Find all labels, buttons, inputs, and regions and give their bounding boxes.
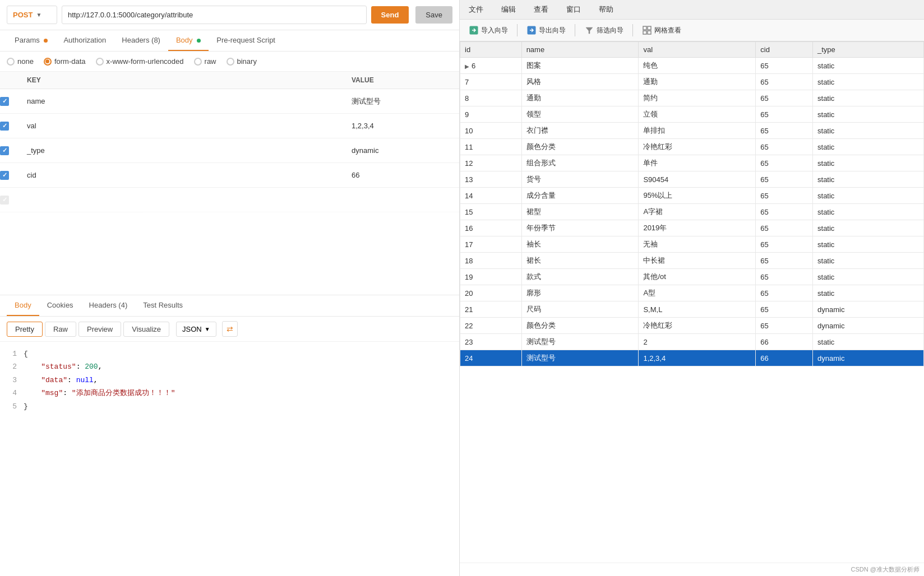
body-type-row: none form-data x-www-form-urlencoded raw…: [0, 52, 459, 72]
format-pretty[interactable]: Pretty: [7, 322, 43, 337]
postman-panel: POST ▼ Send Save Params Authorization He…: [0, 0, 460, 576]
table-row[interactable]: 24 测试型号 1,2,3,4 66 dynamic: [460, 350, 924, 366]
table-row[interactable]: 16 年份季节 2019年 65 static: [460, 220, 924, 236]
radio-urlencoded[interactable]: x-www-form-urlencoded: [96, 57, 184, 66]
send-button[interactable]: Send: [371, 6, 409, 24]
radio-form-data[interactable]: form-data: [44, 57, 86, 66]
tab-headers[interactable]: Headers (8): [114, 30, 168, 51]
method-select[interactable]: POST ▼: [7, 6, 57, 24]
grid-view-button[interactable]: 网格查看: [637, 23, 686, 38]
table-row[interactable]: 15 裙型 A字裙 65 static: [460, 204, 924, 220]
export-wizard-button[interactable]: 导出向导: [522, 23, 570, 38]
cell-type: static: [813, 90, 924, 106]
table-row[interactable]: 14 成分含量 95%以上 65 static: [460, 188, 924, 204]
tab-authorization[interactable]: Authorization: [56, 30, 114, 51]
save-button[interactable]: Save: [415, 6, 452, 24]
radio-inner-form-data: [45, 59, 49, 63]
checkbox-3[interactable]: [0, 171, 9, 180]
cell-name: 货号: [521, 171, 639, 188]
table-row: name 测试型号: [0, 89, 459, 114]
json-line-content-3: "data": null,: [24, 374, 452, 387]
cell-type: static: [813, 269, 924, 285]
json-response-area: 1 { 2 "status": 200, 3 "data": null, 4 "…: [0, 342, 459, 576]
table-row-empty: [0, 188, 459, 212]
radio-circle-urlencoded: [96, 58, 104, 66]
cell-type: static: [813, 74, 924, 90]
table-row[interactable]: 12 组合形式 单件 65 static: [460, 155, 924, 171]
table-row[interactable]: 18 裙长 中长裙 65 static: [460, 253, 924, 269]
checkbox-1[interactable]: [0, 122, 9, 131]
td-val-0: 测试型号: [347, 92, 459, 111]
radio-circle-form-data: [44, 58, 52, 66]
table-header: KEY VALUE: [0, 72, 459, 89]
table-row[interactable]: 23 测试型号 2 66 static: [460, 334, 924, 350]
menu-window[interactable]: 窗口: [557, 0, 590, 19]
format-visualize[interactable]: Visualize: [123, 322, 169, 337]
table-row[interactable]: 19 款式 其他/ot 65 static: [460, 269, 924, 285]
records-table: id name val cid _type ▶6 图案 纯色 65 static…: [460, 41, 924, 366]
table-row[interactable]: 8 通勤 简约 65 static: [460, 90, 924, 106]
filter-button[interactable]: 筛选向导: [580, 23, 628, 38]
cell-type: static: [813, 334, 924, 350]
cell-type: static: [813, 106, 924, 123]
menu-view[interactable]: 查看: [525, 0, 557, 19]
table-row[interactable]: 20 廓形 A型 65 static: [460, 285, 924, 301]
response-tab-body[interactable]: Body: [7, 295, 39, 316]
table-row[interactable]: 22 颜色分类 冷艳红彩 65 dynamic: [460, 318, 924, 334]
cell-name: 裙型: [521, 204, 639, 220]
table-row[interactable]: 10 衣门襟 单排扣 65 static: [460, 123, 924, 139]
menu-file[interactable]: 文件: [460, 0, 492, 19]
radio-raw[interactable]: raw: [194, 57, 216, 66]
cell-name: 测试型号: [521, 334, 639, 350]
menu-help[interactable]: 帮助: [590, 0, 622, 19]
json-line-content-2: "status": 200,: [24, 360, 452, 373]
cell-val: 无袖: [639, 236, 756, 253]
response-tab-cookies[interactable]: Cookies: [39, 295, 81, 316]
tab-pre-request[interactable]: Pre-request Script: [209, 30, 283, 51]
cell-name: 衣门襟: [521, 123, 639, 139]
checkbox-empty[interactable]: [0, 196, 9, 205]
cell-id: 21: [460, 301, 522, 318]
json-line-2: 2 "status": 200,: [7, 360, 452, 373]
response-tab-tests[interactable]: Test Results: [135, 295, 191, 316]
menu-edit[interactable]: 编辑: [492, 0, 525, 19]
cell-type: static: [813, 220, 924, 236]
url-input[interactable]: [62, 6, 367, 24]
radio-binary[interactable]: binary: [227, 57, 257, 66]
checkbox-2[interactable]: [0, 146, 9, 155]
wrap-icon[interactable]: ⇄: [222, 321, 238, 337]
cell-val: 2: [639, 334, 756, 350]
cell-type: static: [813, 139, 924, 155]
table-row[interactable]: 11 颜色分类 冷艳红彩 65 static: [460, 139, 924, 155]
format-preview[interactable]: Preview: [78, 322, 121, 337]
tab-params[interactable]: Params: [7, 30, 56, 51]
cell-name: 廓形: [521, 285, 639, 301]
line-number: 5: [7, 400, 24, 413]
format-raw[interactable]: Raw: [45, 322, 76, 337]
td-key-3: cid: [22, 166, 347, 184]
table-row[interactable]: 9 领型 立领 65 static: [460, 106, 924, 123]
table-row[interactable]: 13 货号 S90454 65 static: [460, 171, 924, 188]
radio-none[interactable]: none: [7, 57, 34, 66]
th-check: [0, 76, 22, 84]
method-label: POST: [13, 11, 33, 19]
json-line-3: 3 "data": null,: [7, 374, 452, 387]
svg-marker-2: [586, 27, 593, 34]
cell-cid: 65: [756, 236, 813, 253]
svg-rect-6: [648, 31, 651, 34]
tab-body[interactable]: Body: [168, 30, 209, 51]
table-row[interactable]: 17 袖长 无袖 65 static: [460, 236, 924, 253]
cell-type: dynamic: [813, 318, 924, 334]
toolbar-divider: [632, 24, 633, 36]
table-row[interactable]: 21 尺码 S,M,L 65 dynamic: [460, 301, 924, 318]
table-row[interactable]: ▶6 图案 纯色 65 static: [460, 58, 924, 74]
response-tab-headers[interactable]: Headers (4): [81, 295, 136, 316]
cell-id: 12: [460, 155, 522, 171]
td-key-1: val: [22, 117, 347, 134]
table-row[interactable]: 7 风格 通勤 65 static: [460, 74, 924, 90]
cell-val: 纯色: [639, 58, 756, 74]
cell-name: 风格: [521, 74, 639, 90]
checkbox-0[interactable]: [0, 97, 9, 106]
import-wizard-button[interactable]: 导入向导: [464, 23, 512, 38]
json-format-select[interactable]: JSON ▼: [176, 322, 216, 337]
